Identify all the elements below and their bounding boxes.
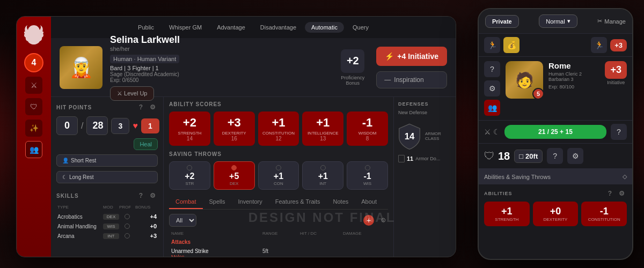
new-defense-label: New Defense bbox=[398, 110, 451, 115]
mobile-speed-gear-icon[interactable]: ⚙ bbox=[567, 148, 583, 164]
hp-gear-icon[interactable]: ⚙ bbox=[148, 102, 158, 112]
ability-constitution: +1 Constitution 12 bbox=[258, 111, 299, 146]
long-rest-icon: ☾ bbox=[62, 174, 67, 180]
mobile-ability-strength: +1 Strength bbox=[484, 202, 530, 226]
hp-max-value: 28 bbox=[92, 120, 102, 131]
character-name: Selina Larkwell bbox=[110, 34, 329, 46]
armor-type: Armor Do... bbox=[415, 156, 440, 161]
tab-combat[interactable]: Combat bbox=[169, 195, 203, 209]
mobile-hp-help-icon[interactable]: ? bbox=[611, 124, 627, 140]
red-sidebar: 4 ⚔ 🛡 ✨ 👥 bbox=[17, 17, 51, 257]
inspiration-icon: — bbox=[384, 76, 391, 84]
mobile-coin-icon[interactable]: 💰 bbox=[503, 37, 519, 53]
mobile-char-info: Rome Human Cleric 2 Barbarian 3 Exp: 80/… bbox=[548, 61, 599, 93]
ability-scores-header: ABILITY SCORES bbox=[169, 101, 388, 107]
hp-temp-box: 3 bbox=[111, 118, 129, 134]
initiative-icon: ⚡ bbox=[385, 52, 394, 61]
tab-inventory[interactable]: Inventory bbox=[232, 195, 269, 209]
mobile-initiative-value: +3 bbox=[605, 61, 627, 79]
mobile-hp-bar: 21 / 25 + 15 bbox=[504, 125, 606, 139]
save-str: +2 STR bbox=[169, 161, 210, 190]
chevron-down-icon: ▾ bbox=[567, 18, 570, 25]
mobile-abilities-help-icon[interactable]: ? bbox=[605, 189, 615, 198]
sidebar-icon-1[interactable]: ⚔ bbox=[25, 77, 42, 94]
skills-help-icon[interactable]: ? bbox=[136, 191, 146, 200]
mobile-run-icon-2[interactable]: 🏃 bbox=[591, 37, 607, 53]
abilities-section-header[interactable]: Abilities & Saving Throws ◇ bbox=[479, 169, 632, 184]
armor-value: 11 bbox=[407, 155, 413, 162]
middle-column: ABILITY SCORES +2 Strength 14 +3 Dexteri… bbox=[164, 97, 394, 257]
combat-filter-dropdown[interactable]: All bbox=[169, 214, 196, 227]
tab-features[interactable]: Features & Traits bbox=[269, 195, 327, 209]
mobile-ability-dexterity: +0 Dexterity bbox=[533, 202, 579, 226]
attacks-table-header: NAME RANGE HIT / DC DAMAGE bbox=[169, 231, 388, 236]
normal-button[interactable]: Normal ▾ bbox=[539, 14, 577, 28]
mobile-gear-icon[interactable]: ⚙ bbox=[484, 80, 500, 96]
save-con-circle bbox=[276, 165, 281, 170]
inspiration-button[interactable]: — Inspiration bbox=[376, 71, 447, 88]
sidebar-icon-4[interactable]: 👥 bbox=[25, 141, 42, 158]
combat-tabs-row: Combat Spells Inventory Features & Trait… bbox=[169, 195, 388, 210]
character-level-badge: 4 bbox=[24, 53, 43, 72]
character-race: Human · Human Variant bbox=[110, 55, 179, 63]
mobile-group-icon[interactable]: 👥 bbox=[484, 100, 500, 116]
ac-label: Armor Class bbox=[425, 131, 451, 141]
ability-intelligence: +1 Intelligence 13 bbox=[302, 111, 343, 146]
ability-dexterity: +3 Dexterity 16 bbox=[214, 111, 255, 146]
short-rest-button[interactable]: 👤 Short Rest bbox=[56, 154, 158, 167]
short-rest-icon: 👤 bbox=[62, 158, 69, 163]
save-int: +1 INT bbox=[302, 161, 343, 190]
save-con: +1 CON bbox=[258, 161, 299, 190]
skill-acrobatics: Acrobatics DEX +4 bbox=[56, 212, 158, 221]
initiative-button[interactable]: ⚡ +4 Initiative bbox=[376, 47, 447, 66]
mobile-speed-box-icon: □ bbox=[519, 152, 523, 160]
tab-notes[interactable]: Notes bbox=[327, 195, 355, 209]
mobile-speed-help-icon[interactable]: ? bbox=[547, 148, 563, 164]
manage-scissors-icon: ✂ bbox=[597, 18, 602, 25]
sidebar-icon-2[interactable]: 🛡 bbox=[25, 98, 42, 115]
nav-whisper-gm[interactable]: Whisper GM bbox=[163, 22, 208, 33]
defenses-column: DEFENSES New Defense 14 Armor Class 11 A… bbox=[394, 97, 456, 257]
content-area: HIT POINTS ? ⚙ 0 / 28 3 bbox=[51, 97, 456, 257]
skill-animal-handling-circle bbox=[125, 224, 130, 229]
svg-text:14: 14 bbox=[405, 131, 415, 142]
mobile-run-icon[interactable]: 🏃 bbox=[484, 37, 500, 53]
long-rest-button[interactable]: ☾ Long Rest bbox=[56, 171, 158, 183]
hp-settings: ? ⚙ bbox=[136, 102, 158, 112]
private-button[interactable]: Private bbox=[485, 15, 519, 28]
hp-divider: / bbox=[81, 121, 83, 131]
skills-gear-icon[interactable]: ⚙ bbox=[148, 191, 158, 200]
mobile-panel: Private Normal ▾ ✂ Manage 🏃 💰 🏃 +3 ? ⚙ 👥 bbox=[478, 8, 633, 260]
save-dex: +5 DEX bbox=[214, 161, 255, 190]
hp-help-icon[interactable]: ? bbox=[136, 102, 146, 112]
saving-throws-header: SAVING THROWS bbox=[169, 151, 388, 157]
character-exp: Exp: 0/6500 bbox=[110, 77, 329, 83]
nav-automatic[interactable]: Automatic bbox=[305, 22, 344, 33]
skills-table-header: TYPE MOD PROF BONUS bbox=[56, 205, 158, 210]
proficiency-label: ProficiencyBonus bbox=[341, 75, 364, 86]
tab-about[interactable]: About bbox=[355, 195, 383, 209]
combat-settings-icon[interactable]: ⚙ bbox=[378, 215, 388, 225]
sidebar-icon-3[interactable]: ✨ bbox=[25, 120, 42, 137]
nav-query[interactable]: Query bbox=[346, 22, 375, 33]
mobile-abilities-gear-icon[interactable]: ⚙ bbox=[617, 189, 627, 198]
character-sheet-panel: 4 ⚔ 🛡 ✨ 👥 Public Whisper GM Advantage Di… bbox=[16, 16, 456, 257]
skills-header: SKILLS ? ⚙ bbox=[56, 191, 158, 200]
heal-button[interactable]: Heal bbox=[134, 138, 158, 150]
manage-button[interactable]: ✂ Manage bbox=[597, 18, 626, 25]
add-attack-button[interactable]: + bbox=[363, 215, 374, 226]
nav-public[interactable]: Public bbox=[131, 22, 160, 33]
hp-damage-box: 1 bbox=[141, 118, 159, 133]
tab-spells[interactable]: Spells bbox=[203, 195, 232, 209]
nav-disadvantage[interactable]: Disadvantage bbox=[254, 22, 303, 33]
skill-arcana: Arcana INT +3 bbox=[56, 231, 158, 241]
mobile-ability-cards: +1 Strength +0 Dexterity -1 Constitution bbox=[484, 202, 627, 226]
mobile-character-avatar: 🧑 5 bbox=[506, 61, 543, 99]
save-wis-circle bbox=[365, 165, 370, 170]
mobile-ac-display: 🛡 18 bbox=[484, 150, 510, 162]
mobile-help-icon[interactable]: ? bbox=[484, 61, 500, 77]
skills-section: SKILLS ? ⚙ TYPE MOD PROF BONUS Acrobatic… bbox=[56, 191, 158, 241]
mobile-header: Private Normal ▾ ✂ Manage bbox=[479, 9, 632, 34]
nav-advantage[interactable]: Advantage bbox=[210, 22, 252, 33]
character-figure: 🧝 bbox=[60, 46, 103, 89]
